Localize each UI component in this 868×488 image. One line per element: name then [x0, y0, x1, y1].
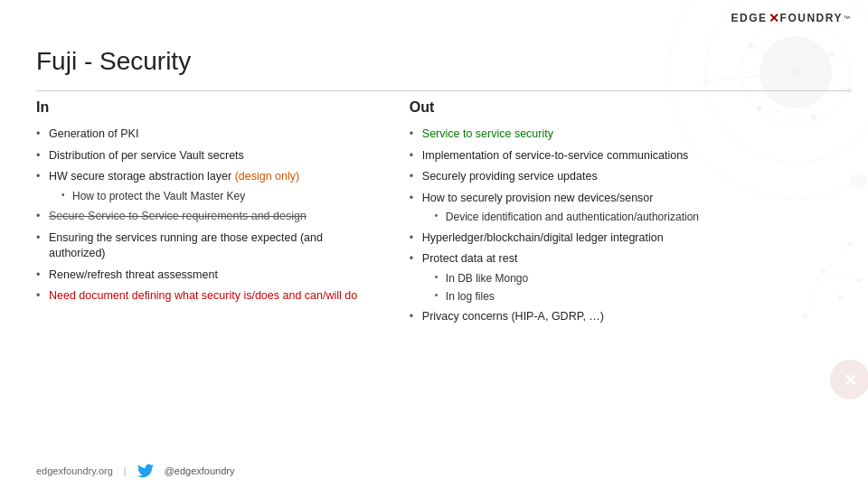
svg-point-10 — [703, 79, 708, 84]
list-item-text: Need document defining what security is/… — [49, 289, 357, 302]
footer-divider: | — [124, 465, 127, 476]
twitter-icon — [137, 463, 154, 479]
right-column: Out Service to service security Implemen… — [410, 99, 850, 452]
svg-line-12 — [750, 45, 796, 72]
svg-line-13 — [796, 54, 832, 72]
svg-point-5 — [748, 42, 753, 48]
list-item-text: Protect data at rest — [422, 252, 518, 265]
list-item: Hyperledger/blockchain/digital ledger in… — [410, 230, 850, 247]
right-column-header: Out — [410, 99, 850, 116]
list-item: How to securely provision new devices/se… — [410, 191, 850, 225]
sub-list-item-text: How to protect the Vault Master Key — [72, 190, 245, 202]
list-item-text: Secure Service to Service requirements a… — [49, 210, 307, 222]
svg-point-6 — [829, 52, 835, 57]
sub-bullet-list: Device identification and authentication… — [422, 210, 850, 225]
svg-line-18 — [750, 45, 832, 54]
list-item: Implementation of service-to-service com… — [410, 148, 850, 164]
sub-list-item: How to protect the Vault Master Key — [61, 189, 382, 204]
list-item-text: Securely providing service updates — [422, 170, 598, 183]
list-item: Distribution of per service Vault secret… — [36, 148, 382, 164]
logo-trademark: ™ — [843, 14, 850, 23]
sub-bullet-list: How to protect the Vault Master Key — [49, 189, 382, 204]
main-content: In Generation of PKI Distribution of per… — [36, 99, 850, 452]
footer-twitter-handle: @edgexfoundry — [165, 465, 235, 476]
page-title: Fuji - Security — [36, 47, 191, 76]
list-item-text: Distribution of per service Vault secret… — [49, 149, 244, 162]
list-item: Renew/refresh threat assessment — [36, 267, 382, 284]
footer: edgexfoundry.org | @edgexfoundry — [36, 463, 235, 479]
list-item: HW secure storage abstraction layer (des… — [36, 169, 382, 203]
footer-website: edgexfoundry.org — [36, 465, 113, 476]
list-item-text: Service to service security — [422, 127, 553, 140]
list-item-text: Hyperledger/blockchain/digital ledger in… — [422, 231, 664, 244]
sub-bullet-list: In DB like Mongo In log files — [422, 271, 850, 305]
sub-list-item-text: In DB like Mongo — [446, 272, 528, 285]
svg-point-4 — [792, 69, 799, 76]
title-divider — [36, 90, 850, 91]
logo-x-icon: ✕ — [769, 11, 779, 25]
sub-list-item-text: Device identification and authentication… — [446, 211, 699, 223]
list-item: Ensuring the services running are those … — [36, 230, 382, 262]
list-item-text: How to securely provision new devices/se… — [422, 192, 654, 204]
list-item-red: Need document defining what security is/… — [36, 288, 382, 305]
sub-list-item: In log files — [435, 289, 850, 305]
list-item: Generation of PKI — [36, 127, 382, 143]
list-item-text: Implementation of service-to-service com… — [422, 149, 689, 162]
sub-list-item: Device identification and authentication… — [435, 210, 850, 225]
logo: EDGE ✕ FOUNDRY ™ — [731, 11, 850, 25]
svg-line-17 — [705, 72, 796, 81]
list-item-text: Generation of PKI — [49, 127, 138, 140]
logo-edge-text: EDGE — [731, 12, 768, 24]
svg-point-11 — [852, 174, 866, 188]
list-item-green: Service to service security — [410, 127, 850, 143]
right-bullet-list: Service to service security Implementati… — [410, 127, 850, 325]
list-item-text: Privacy concerns (HIP-A, GDRP, …) — [422, 310, 604, 323]
list-item-suffix: (design only) — [235, 170, 300, 183]
list-item-text: Ensuring the services running are those … — [49, 231, 323, 260]
list-item-text: Renew/refresh threat assessment — [49, 268, 218, 281]
left-column-header: In — [36, 99, 382, 116]
list-item-strikethrough: Secure Service to Service requirements a… — [36, 209, 382, 225]
list-item: Securely providing service updates — [410, 169, 850, 185]
svg-point-24 — [856, 277, 862, 283]
list-item-text: HW secure storage abstraction layer — [49, 170, 235, 183]
left-column: In Generation of PKI Distribution of per… — [36, 99, 382, 452]
sub-list-item-text: In log files — [446, 290, 495, 303]
logo-foundry-text: FOUNDRY — [780, 12, 843, 24]
svg-point-3 — [760, 36, 832, 108]
svg-line-16 — [796, 72, 850, 90]
list-item: Protect data at rest In DB like Mongo In… — [410, 251, 850, 304]
list-item: Privacy concerns (HIP-A, GDRP, …) — [410, 309, 850, 325]
sub-list-item: In DB like Mongo — [435, 271, 850, 286]
left-bullet-list: Generation of PKI Distribution of per se… — [36, 127, 382, 305]
